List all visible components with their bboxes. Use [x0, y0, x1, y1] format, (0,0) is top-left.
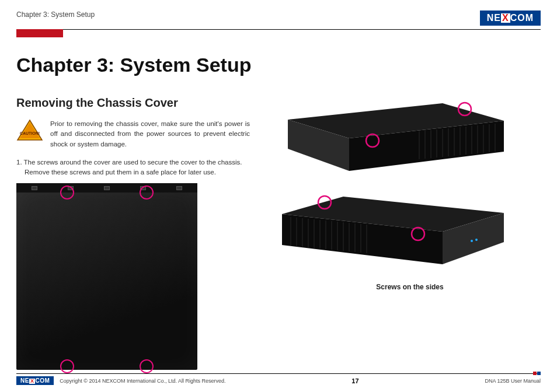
port-icon [176, 186, 182, 190]
logo-x-icon: X [501, 13, 510, 23]
page-header: Chapter 3: System Setup NEXCOM [16, 10, 541, 30]
figure-caption: Screws on the sides [279, 283, 541, 291]
page-footer: NEXCOM Copyright © 2014 NEXCOM Internati… [16, 373, 541, 385]
svg-marker-1 [20, 123, 40, 138]
caution-text: Prior to removing the chassis cover, mak… [50, 119, 250, 149]
screw-mark-icon [60, 186, 74, 200]
screw-mark-icon [60, 359, 74, 373]
nexcom-logo: NEXCOM [480, 10, 541, 26]
svg-text:CAUTION!: CAUTION! [20, 131, 40, 135]
copyright-text: Copyright © 2014 NEXCOM International Co… [60, 378, 225, 384]
device-rear-ports [16, 183, 197, 192]
screw-mark-icon [140, 186, 154, 200]
caution-icon: CAUTION! [16, 119, 43, 141]
logo-text-post: COM [510, 13, 534, 23]
chapter-title: Chapter 3: System Setup [16, 54, 541, 76]
manual-name: DNA 125B User Manual [485, 378, 541, 384]
caution-block: CAUTION! Prior to removing the chassis c… [16, 119, 250, 149]
device-top-view [16, 189, 197, 370]
footer-tick-icon [532, 372, 541, 375]
step-1-text: 1. The screws around the cover are used … [16, 158, 250, 178]
port-icon [32, 186, 37, 190]
svg-point-40 [475, 239, 478, 241]
section-title: Removing the Chassis Cover [16, 96, 250, 110]
logo-text-pre: NE [20, 377, 29, 384]
logo-text-pre: NE [487, 13, 501, 23]
logo-text-post: COM [35, 377, 50, 384]
port-icon [104, 186, 110, 190]
screw-mark-icon [140, 359, 154, 373]
header-red-tab [16, 29, 63, 37]
footer-nexcom-logo: NEXCOM [16, 376, 54, 385]
svg-point-39 [471, 240, 473, 242]
page-number: 17 [351, 377, 358, 384]
logo-x-icon: X [29, 379, 36, 384]
device-side-view-2 [279, 190, 507, 271]
device-side-view-1 [279, 96, 507, 178]
breadcrumb: Chapter 3: System Setup [16, 10, 95, 19]
